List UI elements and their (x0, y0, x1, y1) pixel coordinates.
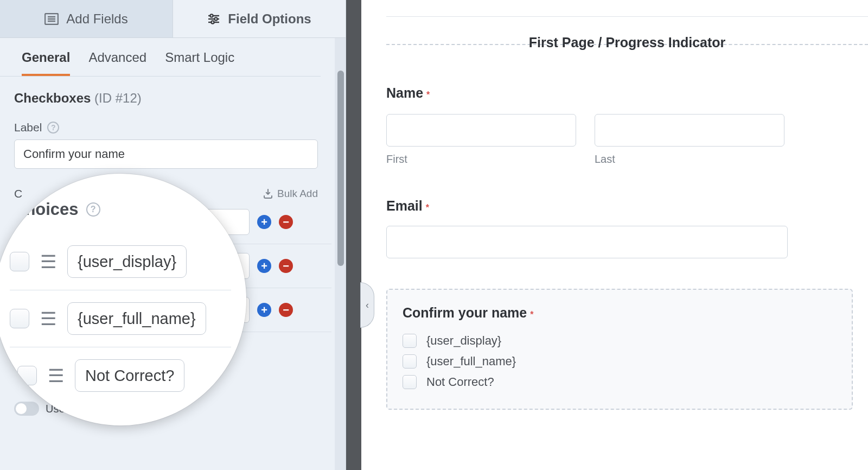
top-tabs: Add Fields Field Options (0, 0, 346, 38)
required-asterisk: * (423, 203, 429, 212)
choice-checkbox[interactable] (10, 309, 29, 328)
field-options-panel: Add Fields Field Options General Advance… (0, 0, 346, 470)
choice-input[interactable]: {user_full_name} (67, 302, 206, 335)
checkbox-label: {user_display} (426, 334, 501, 348)
scrollbar-thumb[interactable] (337, 71, 344, 266)
panel-divider: ‹ (346, 0, 361, 470)
email-field: Email* (386, 198, 868, 258)
email-label: Email (386, 198, 423, 213)
remove-choice-button[interactable]: − (279, 259, 293, 273)
label-caption: Label (14, 121, 42, 134)
choice-input[interactable]: {user_display} (67, 245, 187, 278)
magnifier-lens: Choices ? ☰ {user_display} ☰ {user_full_… (0, 174, 246, 425)
field-label-input[interactable] (14, 139, 318, 169)
svg-point-5 (210, 14, 213, 17)
subtab-advanced[interactable]: Advanced (88, 50, 146, 76)
help-icon[interactable]: ? (47, 122, 59, 134)
drag-handle-icon[interactable]: ☰ (48, 371, 64, 381)
checkbox-label: Not Correct? (426, 375, 494, 389)
remove-choice-button[interactable]: − (279, 215, 293, 229)
list-icon (44, 13, 59, 25)
lens-choice-row: ☰ Not Correct? (10, 347, 231, 404)
checkbox[interactable] (403, 375, 417, 389)
confirm-choices-list: {user_display} {user_full_name} Not Corr… (403, 331, 837, 392)
add-choice-button[interactable]: + (257, 259, 271, 273)
collapse-handle[interactable]: ‹ (360, 282, 374, 328)
lens-choice-row: ☰ {user_full_name} (10, 290, 231, 347)
first-name-col: First (386, 114, 576, 166)
name-label: Name (386, 85, 423, 100)
svg-point-7 (215, 17, 218, 20)
confirm-label: Confirm your name (403, 305, 527, 320)
field-heading: Checkboxes (ID #12) (14, 91, 331, 106)
choice-input[interactable]: Not Correct? (75, 359, 184, 392)
svg-point-9 (212, 21, 214, 23)
drag-handle-icon[interactable]: ☰ (40, 314, 56, 324)
tab-field-options[interactable]: Field Options (173, 0, 346, 38)
sliders-icon (207, 13, 220, 25)
add-choice-button[interactable]: + (257, 215, 271, 229)
last-sublabel: Last (595, 153, 784, 166)
name-field: Name* First Last (386, 85, 868, 166)
subtab-smart-logic[interactable]: Smart Logic (165, 50, 234, 76)
icon-choices-toggle[interactable] (14, 402, 39, 416)
field-id: (ID #12) (94, 91, 142, 105)
bulk-add-button[interactable]: Bulk Add (263, 188, 318, 200)
help-icon[interactable]: ? (86, 202, 100, 217)
choices-caption: C (14, 187, 22, 200)
page-indicator: First Page / Progress Indicator (386, 44, 868, 45)
checkbox-label: {user_full_name} (426, 354, 516, 369)
last-name-input[interactable] (595, 114, 784, 147)
required-asterisk: * (527, 310, 533, 319)
first-name-input[interactable] (386, 114, 576, 147)
first-sublabel: First (386, 153, 576, 166)
lens-choice-row: ☰ {user_display} (10, 233, 231, 290)
confirm-name-field[interactable]: Confirm your name* {user_display} {user_… (386, 289, 853, 410)
field-type-label: Checkboxes (14, 91, 91, 105)
required-asterisk: * (423, 90, 430, 99)
confirm-choice-item: {user_display} (403, 331, 837, 351)
subtab-general[interactable]: General (22, 50, 70, 76)
lens-choices-heading: Choices ? (10, 200, 231, 219)
checkbox[interactable] (403, 334, 417, 348)
last-name-col: Last (595, 114, 784, 166)
add-choice-button[interactable]: + (257, 303, 271, 317)
download-icon (263, 189, 273, 199)
remove-choice-button[interactable]: − (279, 303, 293, 317)
confirm-choice-item: Not Correct? (403, 372, 837, 392)
email-input[interactable] (386, 226, 788, 258)
chevron-left-icon: ‹ (366, 300, 369, 311)
label-caption-row: Label ? (14, 121, 331, 134)
choice-checkbox[interactable] (10, 252, 29, 271)
scrollbar-track[interactable] (335, 38, 346, 470)
sub-tabs: General Advanced Smart Logic (0, 38, 321, 77)
checkbox[interactable] (403, 354, 417, 369)
tab-add-fields-label: Add Fields (66, 11, 127, 27)
tab-field-options-label: Field Options (228, 11, 311, 27)
tab-add-fields[interactable]: Add Fields (0, 0, 173, 38)
drag-handle-icon[interactable]: ☰ (40, 257, 56, 267)
form-preview: First Page / Progress Indicator Name* Fi… (361, 0, 868, 470)
bulk-add-label: Bulk Add (277, 188, 318, 200)
confirm-choice-item: {user_full_name} (403, 351, 837, 372)
